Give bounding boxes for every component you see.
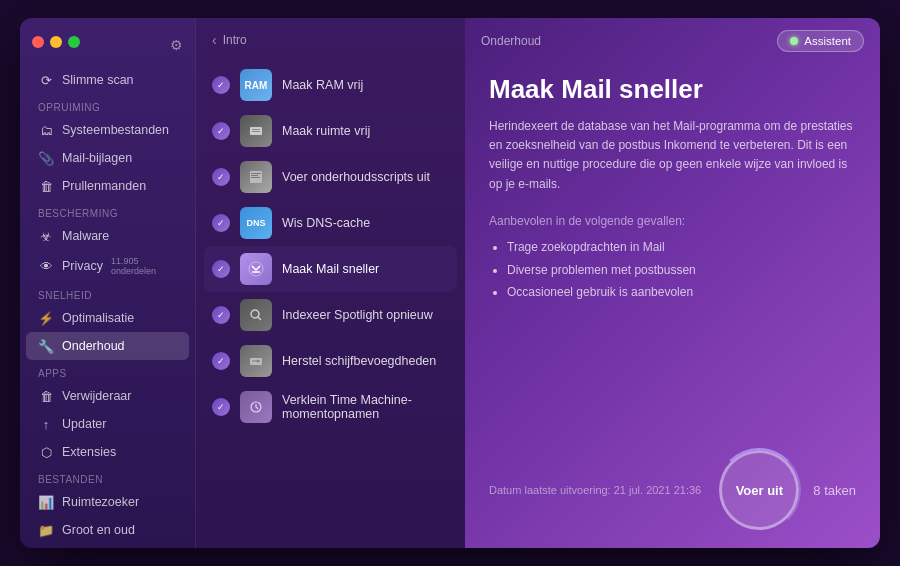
task-label: Herstel schijfbevoegdheden — [282, 354, 436, 368]
recommend-list: Trage zoekopdrachten in Mail Diverse pro… — [489, 236, 856, 304]
task-check: ✓ — [212, 76, 230, 94]
task-label: Wis DNS-cache — [282, 216, 370, 230]
task-item-indexeer-spotlight[interactable]: ✓ Indexeer Spotlight opnieuw — [204, 292, 457, 338]
task-item-maak-ruimte-vrij[interactable]: ✓ Maak ruimte vrij — [204, 108, 457, 154]
right-footer: Datum laatste uitvoering: 21 jul. 2021 2… — [465, 440, 880, 548]
task-icon-scripts — [240, 161, 272, 193]
task-check: ✓ — [212, 352, 230, 370]
recommend-title: Aanbevolen in de volgende gevallen: — [489, 214, 856, 228]
sidebar-label: Mail-bijlagen — [62, 151, 132, 165]
updater-icon: ↑ — [38, 416, 54, 432]
middle-header: ‹ Intro — [196, 18, 465, 58]
task-label: Maak ruimte vrij — [282, 124, 370, 138]
svg-point-13 — [257, 360, 260, 363]
sidebar-item-mail-bijlagen[interactable]: 📎 Mail-bijlagen — [26, 144, 189, 172]
back-arrow-icon[interactable]: ‹ — [212, 32, 217, 48]
recommend-item: Trage zoekopdrachten in Mail — [507, 236, 856, 259]
sidebar-label: Optimalisatie — [62, 311, 134, 325]
task-label: Indexeer Spotlight opnieuw — [282, 308, 433, 322]
assistant-label: Assistent — [804, 35, 851, 47]
task-icon-schijf — [240, 345, 272, 377]
sidebar-label: Systeembestanden — [62, 123, 169, 137]
sidebar-label: Malware — [62, 229, 109, 243]
onderhoud-icon: 🔧 — [38, 338, 54, 354]
sidebar-item-updater[interactable]: ↑ Updater — [26, 410, 189, 438]
maximize-dot[interactable] — [68, 36, 80, 48]
mail-bijlagen-icon: 📎 — [38, 150, 54, 166]
right-content: Maak Mail sneller Herindexeert de databa… — [465, 64, 880, 440]
last-run-label: Datum laatste uitvoering: 21 jul. 2021 2… — [489, 484, 701, 496]
recommend-item: Diverse problemen met postbussen — [507, 259, 856, 282]
sidebar-item-verwijderaar[interactable]: 🗑 Verwijderaar — [26, 382, 189, 410]
minimize-dot[interactable] — [50, 36, 62, 48]
detail-description: Herindexeert de database van het Mail-pr… — [489, 117, 856, 194]
task-item-herstel-schijfbevoegdheden[interactable]: ✓ Herstel schijfbevoegdheden — [204, 338, 457, 384]
sidebar-item-optimalisatie[interactable]: ⚡ Optimalisatie — [26, 304, 189, 332]
task-icon-spotlight — [240, 299, 272, 331]
sidebar-label: Prullenmanden — [62, 179, 146, 193]
task-check: ✓ — [212, 398, 230, 416]
sidebar-label: Slimme scan — [62, 73, 134, 87]
task-icon-dns: DNS — [240, 207, 272, 239]
task-item-voer-scripts-uit[interactable]: ✓ Voer onderhoudsscripts uit — [204, 154, 457, 200]
task-item-verklein-time-machine[interactable]: ✓ Verklein Time Machine-momentopnamen — [204, 384, 457, 430]
svg-line-10 — [258, 317, 261, 320]
task-check: ✓ — [212, 214, 230, 232]
sidebar: ⚙ ⟳ Slimme scan Opruiming 🗂 Systeembesta… — [20, 18, 195, 548]
middle-panel: ‹ Intro ✓ RAM Maak RAM vrij ✓ Maak ruimt… — [195, 18, 465, 548]
sidebar-item-systeembestanden[interactable]: 🗂 Systeembestanden — [26, 116, 189, 144]
sidebar-label: Updater — [62, 417, 106, 431]
task-icon-ruimte — [240, 115, 272, 147]
svg-rect-1 — [252, 129, 260, 130]
sidebar-item-ruimtezoeker[interactable]: 📊 Ruimtezoeker — [26, 488, 189, 516]
slimme-scan-icon: ⟳ — [38, 72, 54, 88]
sidebar-item-versnipperaar[interactable]: ✂ Versnipperaar — [26, 544, 189, 548]
section-bestanden: Bestanden — [20, 466, 195, 488]
sidebar-item-extensies[interactable]: ⬡ Extensies — [26, 438, 189, 466]
back-label: Intro — [223, 33, 247, 47]
task-icon-timemachine — [240, 391, 272, 423]
prullenmanden-icon: 🗑 — [38, 178, 54, 194]
recommend-item: Occasioneel gebruik is aanbevolen — [507, 281, 856, 304]
verwijderaar-icon: 🗑 — [38, 388, 54, 404]
section-label: Onderhoud — [481, 34, 541, 48]
gear-icon[interactable]: ⚙ — [170, 36, 183, 54]
systeembestanden-icon: 🗂 — [38, 122, 54, 138]
sidebar-item-privacy[interactable]: 👁 Privacy 11.905 onderdelen — [26, 250, 189, 282]
section-snelheid: Snelheid — [20, 282, 195, 304]
tasks-count: 8 taken — [813, 483, 856, 498]
task-check: ✓ — [212, 306, 230, 324]
task-item-maak-ram-vrij[interactable]: ✓ RAM Maak RAM vrij — [204, 62, 457, 108]
assistant-button[interactable]: Assistent — [777, 30, 864, 52]
groot-oud-icon: 📁 — [38, 522, 54, 538]
task-list: ✓ RAM Maak RAM vrij ✓ Maak ruimte vrij ✓… — [196, 58, 465, 548]
sidebar-item-prullenmanden[interactable]: 🗑 Prullenmanden — [26, 172, 189, 200]
task-check: ✓ — [212, 168, 230, 186]
sidebar-item-malware[interactable]: ☣ Malware — [26, 222, 189, 250]
sidebar-label: Ruimtezoeker — [62, 495, 139, 509]
right-header: Onderhoud Assistent — [465, 18, 880, 64]
task-item-wis-dns-cache[interactable]: ✓ DNS Wis DNS-cache — [204, 200, 457, 246]
detail-title: Maak Mail sneller — [489, 74, 856, 105]
window-controls: ⚙ — [20, 28, 195, 66]
app-window: ⚙ ⟳ Slimme scan Opruiming 🗂 Systeembesta… — [20, 18, 880, 548]
svg-point-9 — [251, 310, 259, 318]
sidebar-item-onderhoud[interactable]: 🔧 Onderhoud — [26, 332, 189, 360]
sidebar-label: Groot en oud — [62, 523, 135, 537]
sidebar-label: Onderhoud — [62, 339, 125, 353]
task-icon-ram: RAM — [240, 69, 272, 101]
ruimtezoeker-icon: 📊 — [38, 494, 54, 510]
sidebar-item-slimme-scan[interactable]: ⟳ Slimme scan — [26, 66, 189, 94]
section-opruiming: Opruiming — [20, 94, 195, 116]
task-item-maak-mail-sneller[interactable]: ✓ Maak Mail sneller — [204, 246, 457, 292]
execute-button[interactable]: Voer uit — [719, 450, 799, 530]
svg-rect-2 — [252, 131, 260, 132]
right-panel: Onderhoud Assistent Maak Mail sneller He… — [465, 18, 880, 548]
task-label: Verklein Time Machine-momentopnamen — [282, 393, 449, 421]
sidebar-label: Verwijderaar — [62, 389, 131, 403]
task-check: ✓ — [212, 122, 230, 140]
svg-rect-4 — [251, 173, 261, 174]
close-dot[interactable] — [32, 36, 44, 48]
sidebar-item-groot-en-oud[interactable]: 📁 Groot en oud — [26, 516, 189, 544]
section-bescherming: Bescherming — [20, 200, 195, 222]
